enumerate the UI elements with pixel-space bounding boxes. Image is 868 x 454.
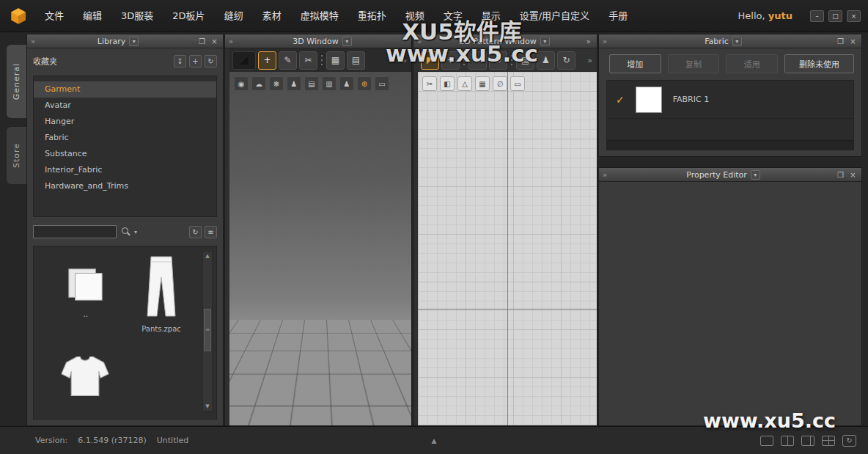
fabric-apply-button[interactable]: 适用 xyxy=(726,54,778,73)
close-icon[interactable]: × xyxy=(848,37,858,45)
show-avatar-icon[interactable]: ♟ xyxy=(287,76,301,91)
menu-2d-pattern[interactable]: 2D板片 xyxy=(163,0,214,32)
scroll-down-icon[interactable]: ▼ xyxy=(205,402,209,411)
transform-pattern-icon[interactable]: ◤ xyxy=(421,51,439,70)
layout-split-icon[interactable] xyxy=(781,436,794,446)
collapse-icon[interactable]: » xyxy=(225,37,237,45)
menu-manual[interactable]: 手册 xyxy=(599,0,637,32)
folder-up-item[interactable]: .. xyxy=(53,266,119,318)
select-move-icon[interactable]: + xyxy=(258,51,276,70)
reload-icon[interactable]: ↻ xyxy=(189,226,202,238)
library-item-fabric[interactable]: Fabric xyxy=(34,130,216,146)
collapse-icon[interactable]: » xyxy=(599,37,611,45)
search-options-icon[interactable]: ▾ xyxy=(134,229,137,235)
edit-pattern-icon[interactable]: + xyxy=(441,51,460,70)
menu-text[interactable]: 文字 xyxy=(434,0,472,32)
popout-icon[interactable]: ❐ xyxy=(836,171,845,179)
menu-settings[interactable]: 设置/用户自定义 xyxy=(510,0,599,32)
scrollbar-track[interactable]: ≡ xyxy=(203,260,212,402)
file-browser-scrollbar[interactable]: ▲ ≡ ▼ xyxy=(202,251,213,411)
collapse-icon[interactable]: » xyxy=(413,37,425,45)
show-measure-icon[interactable]: ▭ xyxy=(510,76,525,91)
show-particle-icon[interactable]: ❋ xyxy=(269,76,284,91)
menu-avatar[interactable]: 虚拟模特 xyxy=(291,0,348,32)
menu-retopology[interactable]: 重拓扑 xyxy=(348,0,396,32)
chevron-down-icon[interactable]: ▾ xyxy=(732,37,742,46)
close-icon[interactable]: × xyxy=(210,37,219,45)
scrollbar-thumb[interactable]: ≡ xyxy=(204,309,211,351)
folder-2d-icon[interactable]: ▤ xyxy=(516,51,534,70)
pants-file-item[interactable]: Pants.zpac xyxy=(126,255,196,333)
simulate-icon[interactable]: ◢ xyxy=(232,51,256,70)
fabric-copy-button[interactable]: 复制 xyxy=(668,54,720,73)
collapse-icon[interactable]: » xyxy=(27,37,39,45)
search-input[interactable] xyxy=(33,225,117,238)
popout-icon[interactable]: ❐ xyxy=(836,37,845,45)
menu-sewing[interactable]: 缝纫 xyxy=(215,0,253,32)
folder-3d-icon[interactable]: ▤ xyxy=(304,76,319,91)
scroll-up-icon[interactable]: ▲ xyxy=(205,252,209,260)
fabric-swatch[interactable] xyxy=(636,87,662,113)
close-icon[interactable]: × xyxy=(848,171,858,179)
add-point-icon[interactable]: ✎ xyxy=(468,51,487,70)
fabric-delete-unused-button[interactable]: 删除未使用 xyxy=(784,54,854,73)
show-sewing-icon[interactable]: ✂ xyxy=(422,76,437,91)
minimize-button[interactable]: – xyxy=(810,10,824,22)
library-item-interior-fabric[interactable]: Interior_Fabric xyxy=(34,162,216,178)
library-item-hardware-trims[interactable]: Hardware_and_Trims xyxy=(34,178,216,194)
library-item-avatar[interactable]: Avatar xyxy=(34,98,216,114)
layout-single-icon[interactable] xyxy=(760,436,773,446)
show-grid-icon[interactable]: ▦ xyxy=(475,76,490,91)
sync-2d-icon[interactable]: ↻ xyxy=(557,51,575,70)
browse-3d-icon[interactable]: ▤ xyxy=(347,51,365,70)
show-garment-icon[interactable]: ◉ xyxy=(234,76,249,91)
polygon-icon[interactable]: ▱ xyxy=(489,51,507,70)
refresh-icon[interactable]: ↻ xyxy=(205,55,217,67)
2d-viewport[interactable]: ◤ + ✎ ▱ ▤ ♟ ↻ » ✂ ◧ △ ▦ ∅ ▭ xyxy=(418,48,597,425)
maximize-button[interactable]: □ xyxy=(828,10,842,22)
chevron-down-icon[interactable]: ▾ xyxy=(751,170,760,180)
collapse-right-icon[interactable]: » xyxy=(584,37,593,45)
layout-quad-icon[interactable] xyxy=(822,436,835,446)
search-icon[interactable] xyxy=(120,227,130,237)
collapse-icon[interactable]: » xyxy=(599,171,611,179)
tab-general[interactable]: General xyxy=(7,45,26,118)
show-shrink-icon[interactable]: ◧ xyxy=(440,76,455,91)
close-button[interactable]: × xyxy=(847,10,861,22)
avatar-2d-icon[interactable]: ♟ xyxy=(537,51,555,70)
library-item-substance[interactable]: Substance xyxy=(34,146,216,162)
show-notch-icon[interactable]: ∅ xyxy=(493,76,507,91)
chevron-down-icon[interactable]: ▾ xyxy=(342,37,352,46)
username-link[interactable]: yutu xyxy=(768,10,792,21)
library-3d-icon[interactable]: ▥ xyxy=(322,76,336,91)
check-icon[interactable]: ✓ xyxy=(616,94,625,106)
menu-3d-garment[interactable]: 3D服装 xyxy=(111,0,163,32)
avatar-display-icon[interactable]: ♟ xyxy=(339,76,354,91)
show-cloth-icon[interactable]: ☁ xyxy=(251,76,266,91)
menu-file[interactable]: 文件 xyxy=(35,0,73,32)
add-favorite-icon[interactable]: + xyxy=(189,55,202,67)
chevron-down-icon[interactable]: ▾ xyxy=(540,37,550,46)
overflow-2d-icon[interactable]: » xyxy=(586,56,594,65)
fabric-list-item[interactable]: ✓ FABRIC 1 xyxy=(607,81,853,119)
show-grain-icon[interactable]: △ xyxy=(457,76,472,91)
fabric-add-button[interactable]: 增加 xyxy=(609,54,661,73)
menu-display[interactable]: 显示 xyxy=(472,0,510,32)
shirt-file-item[interactable] xyxy=(50,354,120,402)
pen-3d-icon[interactable]: ✎ xyxy=(279,51,297,70)
view-mode-icon[interactable]: ≡ xyxy=(205,226,217,238)
arrangement-icon[interactable]: ▦ xyxy=(326,51,345,70)
chevron-down-icon[interactable]: ▾ xyxy=(129,37,139,46)
menu-material[interactable]: 素材 xyxy=(253,0,291,32)
3d-viewport[interactable]: ◢ + ✎ ✂ ▦ ▤ » ◉ ☁ ❋ ♟ ▤ ▥ ♟ ⊕ ▭ xyxy=(229,48,411,425)
layout-sidebar-icon[interactable] xyxy=(801,436,814,446)
download-icon[interactable]: ↧ xyxy=(174,55,186,67)
sewing-3d-icon[interactable]: ✂ xyxy=(299,51,317,70)
tape-measure-icon[interactable]: ▭ xyxy=(375,76,389,91)
library-item-garment[interactable]: Garment xyxy=(34,81,216,98)
library-item-hanger[interactable]: Hanger xyxy=(34,114,216,130)
globe-icon[interactable]: ⊕ xyxy=(357,76,372,91)
menu-edit[interactable]: 编辑 xyxy=(73,0,111,32)
tab-store[interactable]: Store xyxy=(7,127,26,184)
overflow-3d-icon[interactable]: » xyxy=(400,56,408,65)
